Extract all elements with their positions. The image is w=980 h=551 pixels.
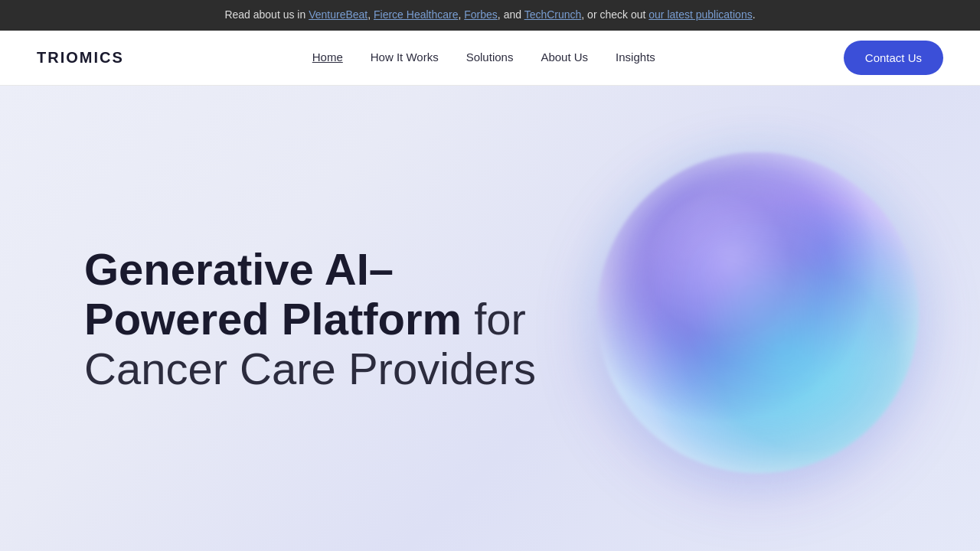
nav-item-solutions[interactable]: Solutions [466,51,514,64]
forbes-link[interactable]: Forbes [464,8,498,21]
publications-link[interactable]: our latest publications [648,8,752,21]
hero-title-line1-bold: Generative AI–Powered Platform [84,244,462,344]
nav-item-insights[interactable]: Insights [616,51,655,64]
nav-item-how-it-works[interactable]: How It Works [371,51,439,64]
nav-link-about-us[interactable]: About Us [541,51,588,64]
nav-link-insights[interactable]: Insights [616,51,655,64]
nav-link-how-it-works[interactable]: How It Works [371,51,439,64]
nav-link-solutions[interactable]: Solutions [466,51,514,64]
hero-section: Generative AI–Powered Platform for Cance… [0,86,980,551]
nav-item-home[interactable]: Home [312,51,343,64]
nav-links: Home How It Works Solutions About Us Ins… [312,51,655,64]
contact-us-button[interactable]: Contact Us [844,41,943,75]
hero-orb-container [597,152,919,474]
hero-orb [597,152,919,474]
techcrunch-link[interactable]: TechCrunch [524,8,582,21]
logo[interactable]: TRIOMICS [37,49,124,67]
announcement-bar: Read about us in VentureBeat, Fierce Hea… [0,0,980,31]
announcement-text: Read about us in [224,8,309,21]
navbar: TRIOMICS Home How It Works Solutions Abo… [0,31,980,86]
hero-title: Generative AI–Powered Platform for Cance… [84,245,536,394]
nav-item-about-us[interactable]: About Us [541,51,588,64]
hero-title-line2: Cancer Care Providers [84,344,536,393]
fierce-healthcare-link[interactable]: Fierce Healthcare [374,8,459,21]
venturebeat-link[interactable]: VentureBeat [309,8,368,21]
nav-link-home[interactable]: Home [312,51,343,64]
hero-text: Generative AI–Powered Platform for Cance… [84,245,536,394]
hero-title-line1-light: for [462,294,526,344]
